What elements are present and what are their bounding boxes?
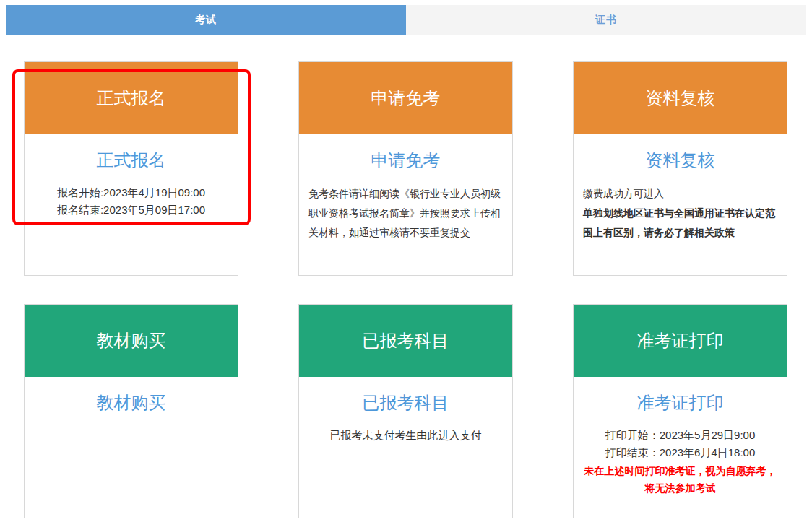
- print-deadline-warning: 未在上述时间打印准考证，视为自愿弃考，将无法参加考试: [574, 462, 787, 497]
- formal-registration-link[interactable]: 正式报名: [25, 149, 238, 172]
- material-review-notes: 缴费成功方可进入 单独划线地区证书与全国通用证书在认定范围上有区别，请务必了解相…: [574, 184, 787, 243]
- card-admission-ticket-print: 准考证打印 准考证打印 打印开始：2023年5月29日9:00 打印结束：202…: [573, 304, 787, 518]
- registration-start-date: 报名开始:2023年4月19日09:00: [25, 184, 238, 201]
- card-exemption-application: 申请免考 申请免考 免考条件请详细阅读《银行业专业人员初级职业资格考试报名简章》…: [298, 61, 513, 276]
- tab-bar: 考试 证书: [6, 5, 806, 35]
- certificate-policy-note: 单独划线地区证书与全国通用证书在认定范围上有区别，请务必了解相关政策: [583, 204, 777, 243]
- card-header-registered-subjects: 已报考科目: [299, 305, 512, 377]
- card-grid: 正式报名 正式报名 报名开始:2023年4月19日09:00 报名结束:2023…: [0, 61, 812, 518]
- card-header-exemption-application: 申请免考: [299, 62, 512, 134]
- tab-exam[interactable]: 考试: [6, 5, 406, 35]
- card-header-material-review: 资料复核: [574, 62, 787, 134]
- print-end-date: 打印结束：2023年6月4日18:00: [574, 444, 787, 461]
- card-textbook-purchase: 教材购买 教材购买: [24, 304, 238, 518]
- print-start-date: 打印开始：2023年5月29日9:00: [574, 427, 787, 444]
- card-header-formal-registration: 正式报名: [25, 62, 238, 134]
- admission-ticket-print-link[interactable]: 准考证打印: [574, 391, 787, 414]
- admission-ticket-dates: 打印开始：2023年5月29日9:00 打印结束：2023年6月4日18:00: [574, 427, 787, 461]
- card-material-review: 资料复核 资料复核 缴费成功方可进入 单独划线地区证书与全国通用证书在认定范围上…: [573, 61, 787, 276]
- payment-required-note: 缴费成功方可进入: [583, 184, 777, 204]
- card-registered-subjects: 已报考科目 已报考科目 已报考未支付考生由此进入支付: [298, 304, 513, 518]
- registered-subjects-note: 已报考未支付考生由此进入支付: [299, 427, 512, 444]
- material-review-link[interactable]: 资料复核: [574, 149, 787, 172]
- textbook-purchase-link[interactable]: 教材购买: [25, 391, 238, 414]
- registration-end-date: 报名结束:2023年5月09日17:00: [25, 201, 238, 219]
- registered-subjects-link[interactable]: 已报考科目: [299, 391, 512, 414]
- card-header-textbook-purchase: 教材购买: [25, 305, 238, 377]
- exemption-application-note: 免考条件请详细阅读《银行业专业人员初级职业资格考试报名简章》并按照要求上传相关材…: [299, 184, 512, 243]
- formal-registration-dates: 报名开始:2023年4月19日09:00 报名结束:2023年5月09日17:0…: [25, 184, 238, 219]
- card-formal-registration: 正式报名 正式报名 报名开始:2023年4月19日09:00 报名结束:2023…: [24, 61, 238, 276]
- exemption-application-link[interactable]: 申请免考: [299, 149, 512, 172]
- tab-certificate[interactable]: 证书: [406, 5, 806, 35]
- card-header-admission-ticket-print: 准考证打印: [574, 305, 787, 377]
